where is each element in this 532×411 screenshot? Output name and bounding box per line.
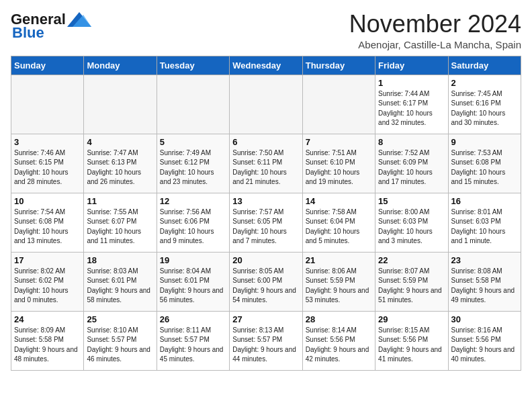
day-number: 22 [378, 255, 445, 265]
day-number: 8 [378, 137, 445, 147]
weekday-header: Wednesday [230, 56, 302, 75]
day-number: 27 [232, 314, 299, 324]
calendar-day-cell: 25Sunrise: 8:10 AMSunset: 5:57 PMDayligh… [84, 311, 157, 370]
calendar-day-cell: 5Sunrise: 7:49 AMSunset: 6:12 PMDaylight… [157, 134, 229, 193]
day-number: 15 [378, 196, 445, 206]
day-info: Sunrise: 7:46 AMSunset: 6:15 PMDaylight:… [14, 148, 81, 187]
calendar-day-cell [230, 75, 302, 134]
day-info: Sunrise: 7:53 AMSunset: 6:08 PMDaylight:… [451, 148, 518, 187]
calendar-day-cell: 6Sunrise: 7:50 AMSunset: 6:11 PMDaylight… [230, 134, 302, 193]
calendar-day-cell: 9Sunrise: 7:53 AMSunset: 6:08 PMDaylight… [448, 134, 521, 193]
calendar-day-cell: 1Sunrise: 7:44 AMSunset: 6:17 PMDaylight… [375, 75, 448, 134]
calendar-day-cell: 28Sunrise: 8:14 AMSunset: 5:56 PMDayligh… [302, 311, 375, 370]
calendar-day-cell: 30Sunrise: 8:16 AMSunset: 5:56 PMDayligh… [448, 311, 521, 370]
day-number: 5 [160, 137, 226, 147]
day-number: 9 [451, 137, 518, 147]
calendar-day-cell [84, 75, 157, 134]
calendar-day-cell: 3Sunrise: 7:46 AMSunset: 6:15 PMDaylight… [11, 134, 84, 193]
location: Abenojar, Castille-La Mancha, Spain [349, 39, 521, 50]
calendar-day-cell: 16Sunrise: 8:01 AMSunset: 6:03 PMDayligh… [448, 193, 521, 252]
day-info: Sunrise: 8:01 AMSunset: 6:03 PMDaylight:… [451, 208, 518, 246]
title-block: November 2024 Abenojar, Castille-La Manc… [349, 11, 521, 50]
day-info: Sunrise: 8:15 AMSunset: 5:56 PMDaylight:… [378, 326, 445, 365]
calendar-header-row: SundayMondayTuesdayWednesdayThursdayFrid… [11, 56, 521, 75]
day-number: 23 [451, 255, 518, 265]
calendar-day-cell: 22Sunrise: 8:07 AMSunset: 5:59 PMDayligh… [375, 252, 448, 311]
day-info: Sunrise: 7:49 AMSunset: 6:12 PMDaylight:… [160, 148, 226, 187]
calendar-day-cell: 11Sunrise: 7:55 AMSunset: 6:07 PMDayligh… [84, 193, 157, 252]
day-number: 29 [378, 314, 445, 324]
calendar-day-cell: 26Sunrise: 8:11 AMSunset: 5:57 PMDayligh… [157, 311, 229, 370]
day-number: 18 [87, 255, 153, 265]
day-number: 24 [14, 314, 81, 324]
day-number: 13 [232, 196, 299, 206]
calendar-day-cell: 10Sunrise: 7:54 AMSunset: 6:08 PMDayligh… [11, 193, 84, 252]
logo: General Blue [11, 11, 91, 42]
day-info: Sunrise: 7:44 AMSunset: 6:17 PMDaylight:… [378, 89, 445, 128]
day-info: Sunrise: 8:05 AMSunset: 6:00 PMDaylight:… [232, 267, 299, 306]
day-number: 4 [87, 137, 153, 147]
day-info: Sunrise: 7:57 AMSunset: 6:05 PMDaylight:… [232, 208, 299, 246]
day-info: Sunrise: 7:50 AMSunset: 6:11 PMDaylight:… [232, 148, 299, 187]
calendar-table: SundayMondayTuesdayWednesdayThursdayFrid… [11, 56, 521, 371]
day-info: Sunrise: 8:04 AMSunset: 6:01 PMDaylight:… [160, 267, 226, 306]
day-info: Sunrise: 8:09 AMSunset: 5:58 PMDaylight:… [14, 326, 81, 365]
day-info: Sunrise: 8:11 AMSunset: 5:57 PMDaylight:… [160, 326, 226, 365]
day-number: 1 [378, 78, 445, 88]
day-info: Sunrise: 8:13 AMSunset: 5:57 PMDaylight:… [232, 326, 299, 365]
calendar-day-cell: 12Sunrise: 7:56 AMSunset: 6:06 PMDayligh… [157, 193, 229, 252]
day-number: 26 [160, 314, 226, 324]
weekday-header: Saturday [448, 56, 521, 75]
day-info: Sunrise: 7:52 AMSunset: 6:09 PMDaylight:… [378, 148, 445, 187]
calendar-day-cell [157, 75, 229, 134]
day-info: Sunrise: 8:07 AMSunset: 5:59 PMDaylight:… [378, 267, 445, 306]
calendar-week-row: 24Sunrise: 8:09 AMSunset: 5:58 PMDayligh… [11, 311, 521, 370]
calendar-day-cell [302, 75, 375, 134]
calendar-day-cell [11, 75, 84, 134]
weekday-header: Friday [375, 56, 448, 75]
day-info: Sunrise: 7:54 AMSunset: 6:08 PMDaylight:… [14, 208, 81, 246]
logo-icon [67, 12, 91, 27]
day-number: 28 [306, 314, 372, 324]
day-info: Sunrise: 8:02 AMSunset: 6:02 PMDaylight:… [14, 267, 81, 306]
calendar-week-row: 17Sunrise: 8:02 AMSunset: 6:02 PMDayligh… [11, 252, 521, 311]
day-info: Sunrise: 7:56 AMSunset: 6:06 PMDaylight:… [160, 208, 226, 246]
calendar-day-cell: 21Sunrise: 8:06 AMSunset: 5:59 PMDayligh… [302, 252, 375, 311]
day-info: Sunrise: 7:45 AMSunset: 6:16 PMDaylight:… [451, 89, 518, 128]
calendar-week-row: 10Sunrise: 7:54 AMSunset: 6:08 PMDayligh… [11, 193, 521, 252]
calendar-week-row: 3Sunrise: 7:46 AMSunset: 6:15 PMDaylight… [11, 134, 521, 193]
day-number: 17 [14, 255, 81, 265]
day-number: 25 [87, 314, 153, 324]
day-number: 12 [160, 196, 226, 206]
day-info: Sunrise: 8:10 AMSunset: 5:57 PMDaylight:… [87, 326, 153, 365]
weekday-header: Tuesday [157, 56, 229, 75]
day-info: Sunrise: 8:08 AMSunset: 5:58 PMDaylight:… [451, 267, 518, 306]
day-number: 3 [14, 137, 81, 147]
calendar-day-cell: 15Sunrise: 8:00 AMSunset: 6:03 PMDayligh… [375, 193, 448, 252]
day-info: Sunrise: 8:00 AMSunset: 6:03 PMDaylight:… [378, 208, 445, 246]
day-number: 21 [306, 255, 372, 265]
calendar-day-cell: 29Sunrise: 8:15 AMSunset: 5:56 PMDayligh… [375, 311, 448, 370]
day-info: Sunrise: 8:06 AMSunset: 5:59 PMDaylight:… [306, 267, 372, 306]
day-info: Sunrise: 7:55 AMSunset: 6:07 PMDaylight:… [87, 208, 153, 246]
day-number: 14 [306, 196, 372, 206]
day-number: 6 [232, 137, 299, 147]
page-header: General Blue November 2024 Abenojar, Cas… [11, 11, 521, 50]
calendar-day-cell: 18Sunrise: 8:03 AMSunset: 6:01 PMDayligh… [84, 252, 157, 311]
day-info: Sunrise: 7:47 AMSunset: 6:13 PMDaylight:… [87, 148, 153, 187]
calendar-week-row: 1Sunrise: 7:44 AMSunset: 6:17 PMDaylight… [11, 75, 521, 134]
logo-blue: Blue [12, 24, 44, 42]
weekday-header: Thursday [302, 56, 375, 75]
day-number: 10 [14, 196, 81, 206]
calendar-day-cell: 4Sunrise: 7:47 AMSunset: 6:13 PMDaylight… [84, 134, 157, 193]
day-info: Sunrise: 7:58 AMSunset: 6:04 PMDaylight:… [306, 208, 372, 246]
day-info: Sunrise: 7:51 AMSunset: 6:10 PMDaylight:… [306, 148, 372, 187]
day-number: 30 [451, 314, 518, 324]
calendar-day-cell: 7Sunrise: 7:51 AMSunset: 6:10 PMDaylight… [302, 134, 375, 193]
calendar-day-cell: 14Sunrise: 7:58 AMSunset: 6:04 PMDayligh… [302, 193, 375, 252]
calendar-day-cell: 8Sunrise: 7:52 AMSunset: 6:09 PMDaylight… [375, 134, 448, 193]
day-number: 2 [451, 78, 518, 88]
day-info: Sunrise: 8:16 AMSunset: 5:56 PMDaylight:… [451, 326, 518, 365]
day-info: Sunrise: 8:14 AMSunset: 5:56 PMDaylight:… [306, 326, 372, 365]
day-number: 20 [232, 255, 299, 265]
